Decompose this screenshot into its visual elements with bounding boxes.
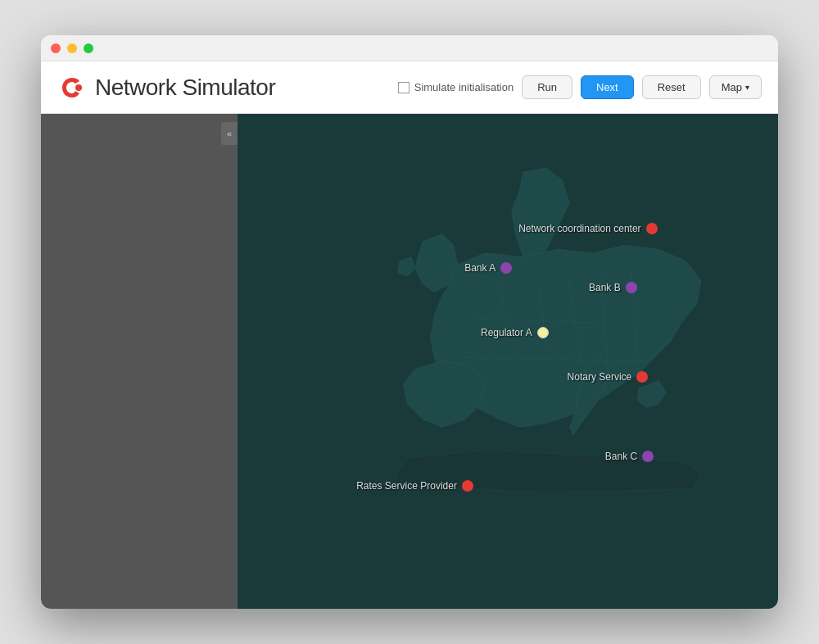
simulate-initialisation-checkbox[interactable] xyxy=(398,82,410,93)
header-controls: Simulate initialisation Run Next Reset M… xyxy=(398,75,762,99)
node-label-network-coordination-center: Network coordination center xyxy=(518,223,640,234)
node-label-bank-c: Bank C xyxy=(605,451,637,462)
node-dot-bank-a xyxy=(500,262,512,274)
reset-button[interactable]: Reset xyxy=(642,75,701,99)
map-container: Network coordination center Bank A Bank … xyxy=(238,114,778,609)
node-dot-bank-c xyxy=(642,451,654,462)
node-dot-bank-b xyxy=(626,282,637,293)
node-label-rates-service-provider: Rates Service Provider xyxy=(356,480,457,492)
node-label-bank-a: Bank A xyxy=(464,262,495,274)
map-chevron-icon: ▾ xyxy=(745,83,749,92)
node-bank-c[interactable]: Bank C xyxy=(605,451,654,462)
next-button[interactable]: Next xyxy=(581,75,634,99)
map-background xyxy=(238,114,778,609)
node-label-notary-service: Notary Service xyxy=(568,371,632,383)
app-title: Network Simulator xyxy=(95,75,275,101)
node-dot-network-coordination-center xyxy=(646,223,658,234)
logo-container: Network Simulator xyxy=(57,73,275,102)
application-window: Network Simulator Simulate initialisatio… xyxy=(41,35,778,609)
node-dot-regulator-a xyxy=(537,327,549,338)
node-bank-b[interactable]: Bank B xyxy=(589,282,637,293)
node-regulator-a[interactable]: Regulator A xyxy=(481,327,549,338)
simulate-initialisation-label: Simulate initialisation xyxy=(414,81,514,93)
node-rates-service-provider[interactable]: Rates Service Provider xyxy=(356,480,473,492)
close-button[interactable] xyxy=(51,43,61,53)
sidebar: « xyxy=(41,114,238,609)
map-button[interactable]: Map ▾ xyxy=(709,75,762,99)
node-network-coordination-center[interactable]: Network coordination center xyxy=(518,223,657,234)
node-dot-notary-service xyxy=(636,371,648,383)
node-dot-rates-service-provider xyxy=(462,480,473,492)
app-logo xyxy=(57,73,87,102)
title-bar xyxy=(41,35,778,61)
node-notary-service[interactable]: Notary Service xyxy=(568,371,649,383)
map-button-label: Map xyxy=(722,81,742,93)
sidebar-toggle-button[interactable]: « xyxy=(221,122,238,145)
svg-point-0 xyxy=(75,84,82,91)
node-label-bank-b: Bank B xyxy=(589,282,621,293)
run-button[interactable]: Run xyxy=(522,75,572,99)
simulate-initialisation-checkbox-group[interactable]: Simulate initialisation xyxy=(398,81,514,93)
main-content: « xyxy=(41,114,778,609)
maximize-button[interactable] xyxy=(84,43,93,53)
minimize-button[interactable] xyxy=(67,43,77,53)
node-label-regulator-a: Regulator A xyxy=(481,327,532,338)
node-bank-a[interactable]: Bank A xyxy=(464,262,512,274)
app-header: Network Simulator Simulate initialisatio… xyxy=(41,61,778,114)
